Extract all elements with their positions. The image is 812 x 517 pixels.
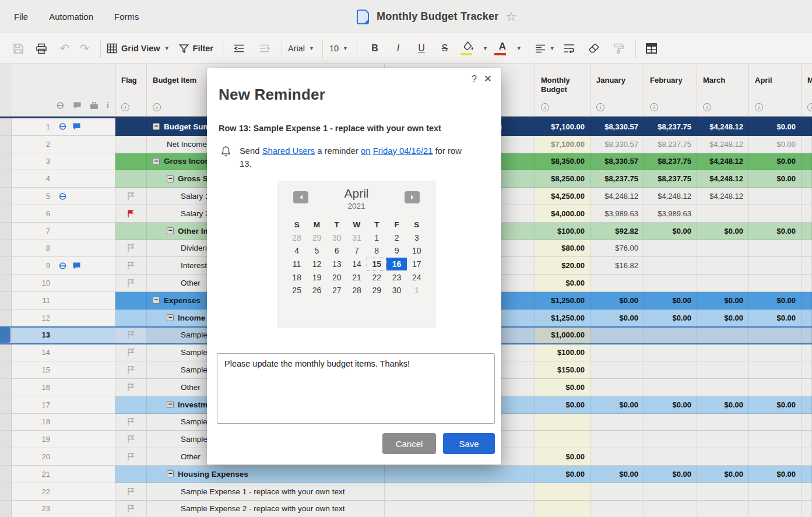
march-cell[interactable] (697, 257, 749, 275)
february-cell[interactable]: $3,989.63 (644, 205, 697, 223)
april-cell[interactable]: $0.00 (749, 396, 802, 414)
may-cell[interactable] (802, 205, 812, 223)
march-cell[interactable]: $0.00 (697, 223, 749, 240)
january-cell[interactable]: $16.82 (590, 257, 644, 275)
march-cell[interactable] (697, 501, 749, 517)
april-cell[interactable] (749, 414, 802, 431)
flag-cell[interactable] (115, 223, 147, 240)
may-cell[interactable] (802, 448, 812, 466)
menu-forms[interactable]: Forms (114, 12, 139, 22)
column-header-march[interactable]: Marchi (697, 64, 749, 116)
row-number[interactable]: 9 (12, 257, 115, 275)
description-cell[interactable] (385, 466, 535, 483)
january-cell[interactable] (590, 379, 644, 396)
calendar-day-selected[interactable]: 16 (386, 258, 406, 271)
may-cell[interactable] (802, 153, 812, 171)
flag-cell[interactable] (115, 310, 147, 327)
january-cell[interactable] (590, 361, 644, 379)
february-cell[interactable]: $4,248.12 (644, 188, 697, 205)
cancel-button[interactable]: Cancel (382, 433, 436, 454)
may-cell[interactable] (802, 223, 812, 240)
march-cell[interactable] (697, 431, 749, 448)
underline-button[interactable]: U (410, 38, 433, 58)
indent-icon[interactable] (255, 38, 275, 58)
january-cell[interactable] (590, 275, 644, 292)
monthly-budget-cell[interactable]: $0.00 (535, 379, 590, 396)
calendar-day[interactable]: 30 (327, 231, 347, 245)
march-cell[interactable]: $4,248.12 (697, 153, 749, 171)
calendar-day[interactable]: 28 (287, 231, 307, 245)
may-cell[interactable] (802, 379, 812, 396)
march-cell[interactable] (697, 205, 749, 223)
february-cell[interactable] (644, 275, 697, 292)
april-cell[interactable]: $0.00 (749, 118, 802, 136)
january-cell[interactable]: $92.82 (590, 223, 644, 240)
flag-cell[interactable] (115, 188, 147, 205)
january-cell[interactable] (590, 328, 644, 344)
calendar-day[interactable]: 4 (287, 244, 307, 258)
bold-button[interactable]: B (363, 38, 386, 58)
monthly-budget-cell[interactable]: $4,000.00 (535, 205, 590, 223)
column-header-april[interactable]: Aprili (749, 64, 802, 116)
march-cell[interactable]: $4,248.12 (697, 188, 749, 205)
may-cell[interactable] (802, 483, 812, 501)
february-cell[interactable]: $8,237.75 (644, 170, 697, 188)
calendar-day[interactable]: 2 (386, 231, 406, 245)
january-cell[interactable] (590, 414, 644, 431)
close-icon[interactable]: ✕ (484, 73, 492, 85)
row-number[interactable]: 5 (12, 188, 115, 205)
april-cell[interactable] (749, 448, 802, 466)
budget-item-cell[interactable]: Sample Expense 2 - replace with your own… (147, 501, 385, 517)
description-cell[interactable] (385, 501, 535, 517)
calendar-day[interactable]: 15 (367, 258, 386, 271)
february-cell[interactable] (644, 257, 697, 275)
reminder-condition-link[interactable]: on (361, 146, 370, 156)
chevron-down-icon[interactable]: ▼ (516, 45, 522, 51)
clear-format-icon[interactable] (584, 38, 604, 58)
font-color-button[interactable]: A (493, 40, 512, 57)
save-icon[interactable] (8, 38, 28, 58)
january-cell[interactable] (590, 344, 644, 361)
view-selector[interactable]: Grid View ▼ (107, 38, 170, 58)
column-info-icon[interactable]: i (596, 103, 604, 111)
january-cell[interactable]: $76.00 (590, 240, 644, 258)
may-cell[interactable] (802, 136, 812, 153)
row-number[interactable]: 7 (12, 223, 115, 240)
may-cell[interactable] (802, 275, 812, 292)
help-icon[interactable]: ? (472, 74, 477, 85)
collapse-toggle[interactable]: − (153, 123, 160, 130)
reminder-message-input[interactable] (217, 353, 495, 424)
february-cell[interactable]: $0.00 (644, 396, 697, 414)
column-header-february[interactable]: Februaryi (644, 64, 697, 116)
monthly-budget-cell[interactable]: $1,000.00 (535, 328, 590, 344)
row-number[interactable]: 15 (12, 361, 115, 379)
row-number[interactable]: 17 (12, 396, 115, 414)
march-cell[interactable] (697, 240, 749, 258)
april-cell[interactable] (749, 275, 802, 292)
redo-icon[interactable]: ↷ (75, 38, 94, 58)
february-cell[interactable] (644, 240, 697, 258)
march-cell[interactable] (697, 275, 749, 292)
calendar-day[interactable]: 10 (407, 244, 427, 258)
filter-button[interactable]: Filter (179, 38, 213, 58)
february-cell[interactable]: $8,237.75 (644, 118, 697, 136)
row-number[interactable]: 21 (12, 466, 115, 483)
undo-icon[interactable]: ↶ (55, 38, 75, 58)
april-cell[interactable] (749, 328, 802, 344)
monthly-budget-cell[interactable]: $0.00 (535, 275, 590, 292)
row-number[interactable]: 6 (12, 205, 115, 223)
february-cell[interactable] (644, 501, 697, 517)
column-info-icon[interactable]: i (541, 103, 549, 111)
row-number[interactable]: 11 (12, 292, 115, 310)
collapse-toggle[interactable]: − (167, 470, 174, 477)
march-cell[interactable]: $0.00 (697, 310, 749, 327)
calendar-day[interactable]: 12 (307, 258, 326, 271)
february-cell[interactable]: $0.00 (644, 310, 697, 327)
budget-item-cell[interactable]: −Housing Expenses (147, 466, 385, 483)
calendar-day[interactable]: 18 (287, 270, 307, 284)
flag-cell[interactable] (115, 275, 147, 292)
row-number[interactable]: 22 (12, 483, 115, 501)
monthly-budget-cell[interactable] (535, 501, 590, 517)
march-cell[interactable] (697, 414, 749, 431)
column-info-icon[interactable]: i (121, 103, 129, 111)
